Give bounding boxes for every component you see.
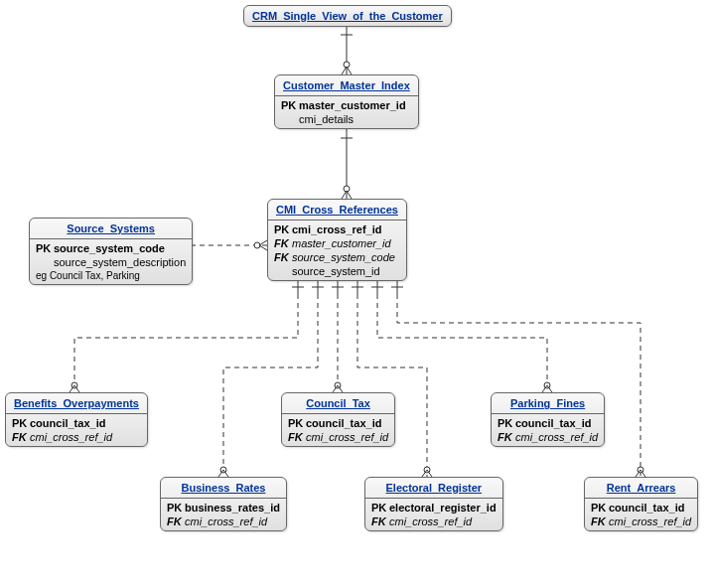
svg-point-31 (220, 467, 226, 473)
entity-rent-arrears: Rent_Arrears PKcouncil_tax_id FKcmi_cros… (584, 477, 698, 531)
entity-title: Business_Rates (161, 478, 286, 498)
entity-title: Electoral_Register (365, 478, 502, 498)
svg-line-38 (422, 470, 427, 477)
entity-title: CMI_Cross_References (268, 200, 406, 220)
svg-line-32 (218, 470, 223, 477)
svg-line-35 (333, 385, 338, 392)
svg-point-8 (344, 186, 350, 192)
svg-line-45 (640, 470, 645, 477)
svg-line-30 (74, 385, 79, 392)
svg-line-36 (338, 385, 343, 392)
svg-point-34 (335, 382, 341, 388)
svg-line-33 (223, 470, 228, 477)
svg-point-13 (254, 242, 260, 248)
entity-crm: CRM_Single_View_of_the_Customer (243, 5, 452, 27)
entity-title: CRM_Single_View_of_the_Customer (244, 6, 451, 26)
entity-source-systems: Source_Systems PKsource_system_code sour… (29, 218, 193, 285)
svg-line-4 (342, 67, 347, 74)
entity-cmi-cross-references: CMI_Cross_References PKcmi_cross_ref_id … (267, 199, 407, 281)
entity-title: Parking_Fines (492, 393, 604, 413)
entity-electoral-register: Electoral_Register PKelectoral_register_… (364, 477, 503, 531)
entity-council-tax: Council_Tax PKcouncil_tax_id FKcmi_cross… (281, 392, 395, 447)
svg-point-28 (71, 382, 77, 388)
svg-line-41 (542, 385, 547, 392)
entity-parking-fines: Parking_Fines PKcouncil_tax_id FKcmi_cro… (491, 392, 605, 447)
entity-title: Rent_Arrears (585, 478, 697, 498)
svg-point-37 (424, 467, 430, 473)
svg-line-9 (342, 191, 347, 199)
svg-line-14 (259, 240, 267, 245)
entity-cmi: Customer_Master_Index PKmaster_customer_… (274, 74, 419, 129)
svg-line-15 (259, 245, 267, 250)
svg-line-39 (427, 470, 432, 477)
entity-title: Source_Systems (30, 219, 192, 238)
svg-point-40 (544, 382, 550, 388)
entity-title: Benefits_Overpayments (6, 393, 147, 413)
svg-line-44 (636, 470, 640, 477)
entity-title: Council_Tax (282, 393, 394, 413)
svg-line-42 (547, 385, 552, 392)
entity-benefits-overpayments: Benefits_Overpayments PKcouncil_tax_id F… (5, 392, 148, 447)
svg-point-43 (638, 467, 643, 473)
svg-line-5 (347, 67, 352, 74)
svg-line-29 (70, 385, 74, 392)
entity-business-rates: Business_Rates PKbusiness_rates_id FKcmi… (160, 477, 287, 531)
entity-title: Customer_Master_Index (275, 75, 418, 95)
svg-line-10 (347, 191, 352, 199)
svg-point-3 (344, 62, 350, 68)
